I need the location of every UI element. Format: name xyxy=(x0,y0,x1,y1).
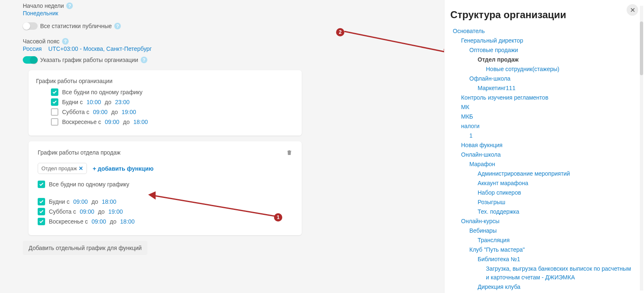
tree-node[interactable]: МК xyxy=(461,102,636,112)
settings-panel: Начало недели ? Понедельник Все статисти… xyxy=(0,0,444,293)
svg-line-0 xyxy=(153,195,275,216)
help-icon[interactable]: ? xyxy=(114,23,121,29)
saturday-from[interactable]: 09:00 xyxy=(93,109,108,115)
tree-node[interactable]: Новые сотрудник(стажеры) xyxy=(486,64,636,74)
sunday-from[interactable]: 09:00 xyxy=(105,119,119,125)
tree-node[interactable]: Вебинары xyxy=(469,226,636,236)
all-weekdays-same-label: Все будни по одному графику xyxy=(62,89,142,95)
checkbox-all-weekdays-same[interactable] xyxy=(51,88,58,96)
svg-marker-1 xyxy=(148,191,156,200)
saturday-to[interactable]: 19:00 xyxy=(122,109,136,115)
org-schedule-title: График работы организации xyxy=(36,78,294,84)
timezone-country[interactable]: Россия xyxy=(23,45,42,52)
checkbox-saturday[interactable] xyxy=(51,108,58,116)
weekdays-from[interactable]: 09:00 xyxy=(73,198,88,205)
tree-node[interactable]: Библиотека №1 xyxy=(478,255,636,264)
tree-node[interactable]: Основатель xyxy=(453,26,636,36)
tree-node[interactable]: 1 xyxy=(469,131,636,141)
scrollbar[interactable] xyxy=(640,6,643,291)
svg-line-2 xyxy=(344,31,446,52)
to-label: до xyxy=(91,198,98,205)
tree-node[interactable]: Тех. поддержка xyxy=(478,207,636,217)
tree-node[interactable]: Загрузка, выгрузка банковских выписок по… xyxy=(486,264,636,282)
tree-node[interactable]: Набор спикеров xyxy=(478,188,636,198)
weekdays-from[interactable]: 10:00 xyxy=(87,99,101,105)
weekdays-to[interactable]: 23:00 xyxy=(115,99,130,105)
annotation-arrow-2 xyxy=(344,31,452,56)
tree-node[interactable]: Контроль изучения регламентов xyxy=(461,93,636,102)
tree-node[interactable]: Дирекция клуба xyxy=(478,282,636,292)
org-tree: Основатель Генеральный директор Оптовые … xyxy=(450,26,636,293)
to-label: до xyxy=(123,119,130,125)
tree-node[interactable]: Новая фукнция xyxy=(461,141,636,150)
dept-schedule-card: График работы отдела продаж Отдел продаж… xyxy=(29,141,302,235)
weekdays-to[interactable]: 18:00 xyxy=(102,198,116,205)
toggle-set-schedule[interactable] xyxy=(23,56,38,64)
to-label: до xyxy=(110,218,116,225)
close-icon[interactable]: ✕ xyxy=(627,4,638,16)
sunday-from[interactable]: 09:00 xyxy=(91,218,106,225)
checkbox-weekdays[interactable] xyxy=(51,98,58,106)
help-icon[interactable]: ? xyxy=(141,57,147,63)
help-icon[interactable]: ? xyxy=(66,2,73,9)
sunday-to[interactable]: 18:00 xyxy=(120,218,135,225)
tree-node[interactable]: Трансляция xyxy=(478,236,636,245)
scroll-thumb[interactable] xyxy=(640,21,643,75)
saturday-to[interactable]: 19:00 xyxy=(108,208,123,215)
saturday-from[interactable]: 09:00 xyxy=(80,208,94,215)
timezone-label: Часовой пояс xyxy=(23,38,60,45)
checkbox-sunday[interactable] xyxy=(51,118,58,126)
to-label: до xyxy=(105,99,111,105)
tree-node[interactable]: Офлайн-школа xyxy=(469,74,636,83)
panel-title: Структура организации xyxy=(450,9,636,21)
tree-node[interactable]: Клуб "Путь мастера" xyxy=(469,245,636,255)
sunday-prefix: Воскресенье с xyxy=(62,119,101,125)
checkbox-all-weekdays-same[interactable] xyxy=(38,181,45,188)
sunday-prefix: Воскресенье с xyxy=(49,218,88,225)
sunday-to[interactable]: 18:00 xyxy=(133,119,148,125)
org-structure-panel: ✕ Структура организации Основатель Генер… xyxy=(444,0,644,293)
saturday-prefix: Суббота с xyxy=(62,109,89,115)
chip-label: Отдел продаж xyxy=(41,165,77,172)
tree-node[interactable]: Маркетинг111 xyxy=(478,83,636,93)
set-schedule-label: Указать график работы организации xyxy=(40,57,138,63)
tree-node-selected[interactable]: Отдел продаж xyxy=(478,55,636,64)
weekdays-prefix: Будни с xyxy=(62,99,83,105)
tree-node[interactable]: Онлайн-школа xyxy=(461,150,636,160)
tree-node[interactable]: Марафон xyxy=(469,160,636,169)
tree-node[interactable]: Розыгрыш xyxy=(478,198,636,207)
tree-node[interactable]: Онлайн-курсы xyxy=(461,217,636,226)
trash-icon[interactable] xyxy=(286,149,293,156)
weekdays-prefix: Будни с xyxy=(49,198,70,205)
function-chip[interactable]: Отдел продаж ✕ xyxy=(38,163,87,174)
all-stats-public-label: Все статистики публичные xyxy=(40,23,112,29)
week-start-label: Начало недели xyxy=(23,2,64,9)
tree-node[interactable]: Администрирование мероприятий xyxy=(478,169,636,179)
chip-remove-icon[interactable]: ✕ xyxy=(79,165,83,172)
week-start-value[interactable]: Понедельник xyxy=(23,10,58,17)
annotation-badge-2: 2 xyxy=(336,28,344,36)
add-function-button[interactable]: + добавить функцию xyxy=(93,165,154,172)
tree-node[interactable]: налоги xyxy=(461,121,636,131)
help-icon[interactable]: ? xyxy=(62,38,69,45)
to-label: до xyxy=(98,208,105,215)
annotation-arrow-1 xyxy=(148,191,276,220)
org-schedule-card: График работы организации Все будни по о… xyxy=(29,70,302,136)
tree-node[interactable]: Аккаунт марафона xyxy=(478,179,636,188)
tree-node[interactable]: Оптовые продажи xyxy=(469,45,636,55)
to-label: до xyxy=(111,109,118,115)
tree-node[interactable]: МКБ xyxy=(461,112,636,121)
toggle-all-stats-public[interactable] xyxy=(23,22,38,30)
checkbox-weekdays[interactable] xyxy=(38,198,45,205)
timezone-value[interactable]: UTC+03:00 - Москва, Санкт-Петербург xyxy=(48,45,152,52)
checkbox-saturday[interactable] xyxy=(38,208,45,215)
all-weekdays-same-label: Все будни по одному графику xyxy=(49,181,129,188)
tree-node[interactable]: Генеральный директор xyxy=(461,36,636,45)
checkbox-sunday[interactable] xyxy=(38,218,45,225)
saturday-prefix: Суббота с xyxy=(49,208,76,215)
dept-schedule-title: График работы отдела продаж xyxy=(38,149,120,156)
add-separate-schedule-button[interactable]: Добавить отдельный график для функций xyxy=(23,241,147,255)
